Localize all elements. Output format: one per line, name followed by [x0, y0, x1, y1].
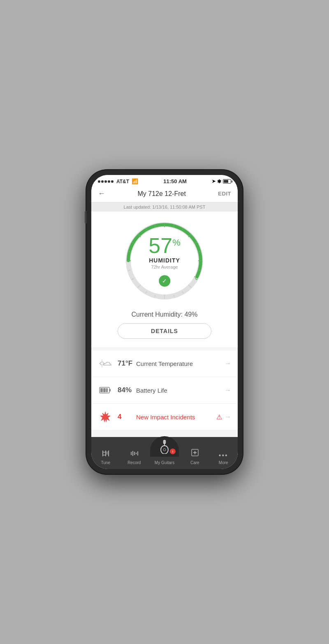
battery-label: Battery Life [136, 387, 225, 394]
tab-tune[interactable]: Tune [91, 437, 120, 467]
impact-value: 4 [118, 413, 136, 421]
impact-arrow: → [225, 413, 231, 421]
page-title: My 712e 12-Fret [137, 190, 185, 198]
tune-label: Tune [101, 460, 110, 465]
guitar-alert-badge: ! [170, 448, 176, 454]
nav-header: ← My 712e 12-Fret EDIT [91, 186, 238, 202]
impact-row[interactable]: 4 New Impact Incidents ⚠ → [91, 404, 238, 430]
my-guitars-label: My Guitars [155, 460, 174, 465]
phone-inner: AT&T 📶 11:50 AM ➤ ✱ ← My 712e 12-Fret ED… [91, 175, 238, 469]
temperature-label: Current Temperature [136, 360, 225, 367]
svg-rect-52 [106, 388, 108, 392]
stats-section: 71°F Current Temperature → [91, 350, 238, 430]
humidity-sublabel: 72hr Average [148, 264, 180, 269]
temperature-value: 71°F [118, 359, 136, 368]
wifi-icon: 📶 [132, 178, 138, 184]
back-button[interactable]: ← [98, 189, 105, 198]
svg-rect-51 [103, 388, 106, 392]
svg-rect-50 [100, 388, 103, 392]
tab-my-guitars[interactable]: ! My Guitars [148, 437, 181, 467]
current-humidity-text: Current Humidity: 49% [132, 311, 198, 318]
svg-rect-65 [163, 440, 166, 444]
status-right: ➤ ✱ [212, 179, 231, 184]
tab-more[interactable]: ••• More [209, 437, 238, 467]
temperature-row[interactable]: 71°F Current Temperature → [91, 350, 238, 377]
care-label: Care [190, 460, 199, 465]
guitar-bump: ! [150, 436, 179, 457]
battery-status-icon [223, 179, 231, 184]
status-left: AT&T 📶 [98, 178, 138, 184]
svg-point-68 [161, 446, 168, 454]
svg-point-43 [100, 362, 104, 365]
carrier-label: AT&T [116, 179, 129, 184]
signal-icon [98, 180, 114, 183]
check-badge-icon: ✓ [159, 275, 170, 287]
svg-point-70 [163, 448, 166, 451]
location-icon: ➤ [212, 179, 215, 184]
more-label: More [219, 460, 228, 465]
screen: AT&T 📶 11:50 AM ➤ ✱ ← My 712e 12-Fret ED… [91, 175, 238, 469]
status-bar: AT&T 📶 11:50 AM ➤ ✱ [91, 175, 238, 186]
battery-row[interactable]: 84% Battery Life → [91, 377, 238, 404]
humidity-section: /* ticks rendered below */ [91, 212, 238, 347]
tab-bar: Tune Record [91, 437, 238, 469]
gauge-center: 57% HUMIDITY 72hr Average ✓ [148, 235, 180, 287]
impact-icon [98, 409, 113, 424]
care-icon [190, 448, 199, 459]
tab-record[interactable]: Record [120, 437, 149, 467]
temperature-arrow: → [225, 360, 231, 367]
alert-triangle-icon: ⚠ [216, 413, 222, 421]
impact-label: New Impact Incidents [136, 414, 215, 421]
battery-arrow: → [225, 386, 231, 394]
edit-button[interactable]: EDIT [218, 191, 231, 197]
humidity-percent: % [172, 238, 181, 247]
humidity-label: HUMIDITY [148, 257, 180, 264]
humidity-value: 57 [148, 234, 172, 258]
battery-value: 84% [118, 386, 136, 394]
temperature-icon [98, 356, 113, 371]
more-icon: ••• [219, 452, 228, 459]
details-button[interactable]: DETAILS [118, 323, 211, 339]
battery-life-icon [98, 383, 113, 398]
humidity-gauge: /* ticks rendered below */ [123, 220, 206, 302]
tune-icon [101, 450, 110, 459]
svg-marker-53 [100, 411, 111, 423]
bluetooth-icon: ✱ [217, 179, 221, 184]
record-label: Record [127, 460, 141, 465]
record-icon [130, 450, 139, 459]
last-updated-bar: Last updated: 1/13/16, 11:50:08 AM PST [91, 202, 238, 212]
phone-frame: AT&T 📶 11:50 AM ➤ ✱ ← My 712e 12-Fret ED… [86, 170, 243, 474]
svg-rect-49 [109, 389, 111, 391]
main-content: /* ticks rendered below */ [91, 212, 238, 437]
tab-care[interactable]: Care [181, 437, 209, 467]
time-display: 11:50 AM [163, 178, 187, 184]
